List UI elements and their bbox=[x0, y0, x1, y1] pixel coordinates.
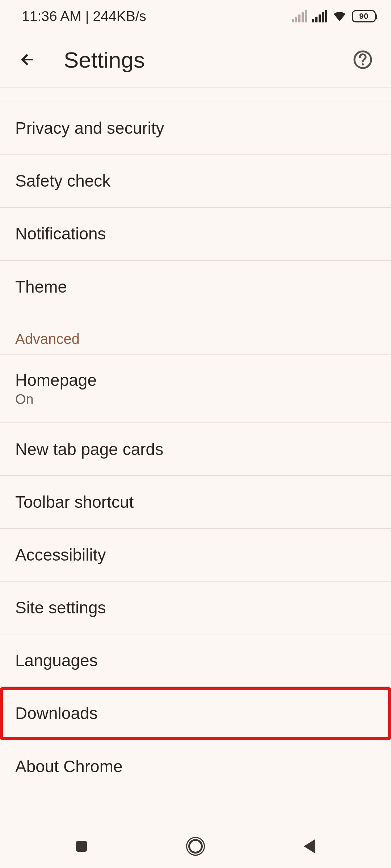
settings-item-accessibility[interactable]: Accessibility bbox=[0, 529, 391, 582]
settings-item-homepage[interactable]: Homepage On bbox=[0, 355, 391, 423]
battery-percent: 90 bbox=[359, 12, 368, 21]
settings-item-label: Toolbar shortcut bbox=[15, 492, 376, 512]
section-header-advanced: Advanced bbox=[0, 314, 391, 355]
settings-item-sub: On bbox=[15, 392, 376, 407]
settings-item-label: Site settings bbox=[15, 598, 376, 618]
status-time-netspeed: 11:36 AM | 244KB/s bbox=[22, 8, 146, 24]
settings-item-label: Languages bbox=[15, 651, 376, 671]
settings-item-downloads[interactable]: Downloads bbox=[0, 687, 391, 740]
nav-recent-button[interactable] bbox=[49, 832, 114, 861]
app-header: Settings bbox=[0, 33, 391, 87]
status-time: 11:36 AM bbox=[22, 8, 81, 24]
settings-item-label: Theme bbox=[15, 277, 376, 297]
status-bar: 11:36 AM | 244KB/s 90 bbox=[0, 0, 391, 33]
wifi-icon bbox=[332, 10, 347, 22]
settings-item-label: New tab page cards bbox=[15, 439, 376, 459]
settings-item-label: Privacy and security bbox=[15, 118, 376, 138]
page-title: Settings bbox=[64, 47, 145, 73]
battery-icon: 90 bbox=[352, 10, 376, 22]
settings-item-label: Homepage bbox=[15, 370, 376, 390]
settings-item-label: Accessibility bbox=[15, 545, 376, 565]
settings-item-toolbar-shortcut[interactable]: Toolbar shortcut bbox=[0, 476, 391, 529]
signal-weak-icon bbox=[292, 10, 307, 22]
signal-strong-icon bbox=[312, 10, 327, 22]
nav-back-button[interactable] bbox=[277, 832, 342, 861]
settings-item-safety-check[interactable]: Safety check bbox=[0, 155, 391, 208]
settings-item-theme[interactable]: Theme bbox=[0, 261, 391, 314]
settings-item-label: Notifications bbox=[15, 224, 376, 244]
settings-item-privacy-and-security[interactable]: Privacy and security bbox=[0, 102, 391, 155]
back-button[interactable] bbox=[16, 47, 41, 72]
settings-item-notifications[interactable]: Notifications bbox=[0, 208, 391, 261]
settings-item-languages[interactable]: Languages bbox=[0, 634, 391, 687]
section-header-label: Advanced bbox=[15, 331, 80, 347]
circle-icon bbox=[188, 839, 203, 854]
nav-home-button[interactable] bbox=[163, 832, 228, 861]
square-icon bbox=[76, 841, 87, 852]
settings-item-site-settings[interactable]: Site settings bbox=[0, 582, 391, 634]
settings-item-label: About Chrome bbox=[15, 757, 376, 776]
settings-item-about-chrome[interactable]: About Chrome bbox=[0, 740, 391, 793]
settings-item-label: Downloads bbox=[15, 703, 376, 723]
status-net-speed: 244KB/s bbox=[93, 8, 146, 24]
help-circle-icon bbox=[353, 50, 373, 69]
settings-list[interactable]: Addresses and more Privacy and security … bbox=[0, 87, 391, 825]
help-button[interactable] bbox=[350, 47, 375, 72]
svg-point-1 bbox=[362, 63, 364, 65]
triangle-left-icon bbox=[304, 839, 315, 854]
status-right: 90 bbox=[292, 10, 376, 22]
settings-item-addresses-and-more[interactable]: Addresses and more bbox=[0, 87, 391, 102]
settings-item-new-tab-page-cards[interactable]: New tab page cards bbox=[0, 423, 391, 476]
system-nav-bar bbox=[0, 825, 391, 868]
arrow-left-icon bbox=[20, 51, 37, 68]
settings-item-label: Safety check bbox=[15, 171, 376, 191]
